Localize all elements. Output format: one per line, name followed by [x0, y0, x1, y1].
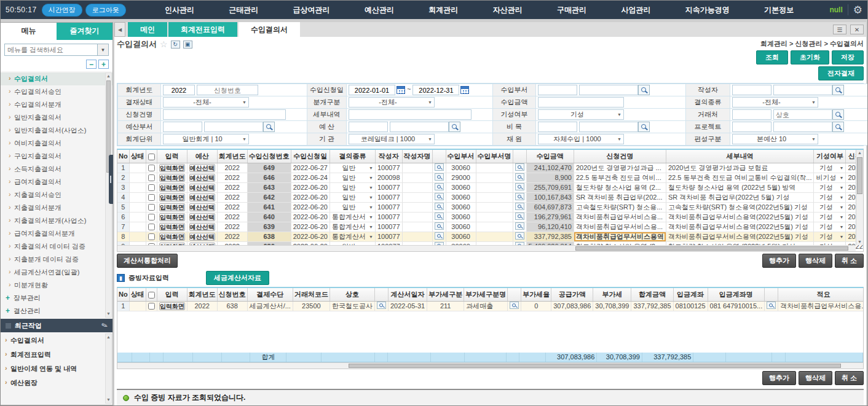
row-checkbox[interactable] — [148, 204, 155, 211]
cell-complete[interactable]: 기성▼ — [814, 163, 846, 173]
row-checkbox[interactable] — [148, 303, 155, 310]
sidebar-group[interactable]: +장부관리 — [1, 292, 112, 305]
column-header-회계년도[interactable]: 회계년도 — [217, 150, 247, 163]
input-button[interactable]: 입력화면 — [159, 223, 185, 231]
code-input[interactable] — [538, 85, 577, 95]
code-input[interactable] — [349, 122, 388, 132]
sidebar-item[interactable]: 지출결의서분개 — [1, 201, 112, 214]
column-header-mag2[interactable] — [513, 150, 526, 163]
input-button[interactable]: 입력화면 — [159, 174, 185, 182]
search-icon[interactable] — [832, 85, 844, 95]
column-header-거래처코드[interactable]: 거래처코드 — [293, 288, 329, 301]
select-재 원[interactable]: 자체수입 | 1000▼ — [538, 134, 624, 144]
column-header-계산서일자[interactable]: 계산서일자 — [388, 288, 427, 301]
search-icon[interactable] — [515, 183, 524, 190]
table-row[interactable]: 7입력화면예산선택20226392022-06-20통합계산서▼10007730… — [117, 222, 864, 232]
search-icon[interactable] — [510, 302, 519, 309]
column-header-mag2[interactable] — [508, 288, 521, 301]
sidebar-group[interactable]: +결산관리 — [1, 305, 112, 318]
column-header-적요[interactable]: 적요 — [778, 288, 864, 301]
recent-item[interactable]: 수입결의서 — [1, 334, 112, 348]
input-button[interactable]: 입력화면 — [159, 302, 185, 310]
popup-icon[interactable]: ▣ — [183, 41, 192, 49]
year-input[interactable] — [163, 85, 195, 95]
sidebar-item[interactable]: 세금계산서연결(일괄) — [1, 266, 112, 279]
name-input[interactable] — [579, 122, 638, 132]
cell-type[interactable]: 통합계산서▼ — [329, 212, 375, 222]
select-회계단위[interactable]: 일반회계 | 10▼ — [163, 134, 249, 144]
input-button[interactable]: 입력화면 — [159, 213, 185, 221]
tab-메인[interactable]: 메인 — [128, 22, 167, 37]
tree-expand-button[interactable]: + — [98, 60, 109, 69]
cell-type[interactable]: 일반▼ — [329, 182, 375, 192]
cell-complete[interactable]: 기성▼ — [814, 192, 846, 202]
row-checkbox[interactable] — [148, 174, 155, 181]
code-input[interactable] — [163, 122, 202, 132]
select-all-checkbox[interactable] — [148, 292, 155, 299]
select-기 관[interactable]: 코레일테크 | 1000▼ — [349, 134, 435, 144]
eraser-icon[interactable]: ✎ — [100, 321, 109, 331]
sidebar-item[interactable]: 수입결의서승인 — [1, 85, 112, 98]
code-input[interactable] — [732, 85, 771, 95]
column-header-수입부서명[interactable]: 수입부서명 — [476, 150, 513, 163]
column-header-예산[interactable]: 예산 — [187, 150, 217, 163]
column-header-결제수단[interactable]: 결제수단 — [247, 288, 293, 301]
name-input[interactable] — [390, 122, 449, 132]
budget-button[interactable]: 예산선택 — [189, 213, 215, 221]
favorite-star-icon[interactable]: ☆ — [160, 39, 168, 49]
text-input[interactable] — [349, 109, 471, 120]
scroll-up-icon[interactable]: ▲ — [106, 334, 111, 340]
code-input[interactable] — [538, 122, 577, 132]
budget-button[interactable]: 예산선택 — [189, 174, 215, 182]
scroll-down-icon[interactable]: ▼ — [106, 397, 111, 403]
cell-type[interactable]: 일반▼ — [329, 163, 375, 173]
page-button-초기화[interactable]: 초기화 — [791, 50, 829, 64]
input-button[interactable]: 입력화면 — [159, 184, 185, 192]
search-icon[interactable] — [435, 222, 444, 230]
row-checkbox[interactable] — [148, 224, 155, 230]
search-icon[interactable] — [515, 222, 524, 230]
cell-type[interactable]: 통합계산서▼ — [329, 232, 375, 241]
topbar-menu[interactable]: 구매관리 — [551, 5, 593, 15]
search-icon[interactable] — [638, 85, 650, 95]
tab-close-icon[interactable]: ✕ — [850, 25, 864, 34]
column-header-부가세구분명[interactable]: 부가세구분명 — [464, 288, 508, 301]
recent-item[interactable]: 예산원장 — [1, 376, 112, 390]
name-input[interactable] — [773, 85, 832, 95]
topbar-menu[interactable]: 사업관리 — [615, 5, 657, 15]
calendar-icon[interactable] — [397, 86, 405, 94]
grid1-button-행삭제[interactable]: 행삭제 — [799, 254, 832, 268]
settings-gear-icon[interactable]: ⚙ — [853, 5, 862, 15]
page-button-조회[interactable]: 조회 — [756, 50, 788, 64]
input-button[interactable]: 입력화면 — [159, 164, 185, 172]
select-분개구분[interactable]: -전체-▼ — [349, 97, 435, 107]
select-all-checkbox[interactable] — [148, 154, 155, 160]
code-input[interactable] — [732, 109, 771, 120]
row-checkbox[interactable] — [148, 184, 155, 191]
amount-input[interactable] — [538, 97, 624, 107]
topbar-menu[interactable]: 근태관리 — [223, 5, 264, 15]
cell-complete[interactable]: 비기성▼ — [814, 173, 846, 182]
tab-회계전표입력[interactable]: 회계전표입력 — [168, 22, 237, 37]
topbar-menu[interactable]: 지속가능경영 — [679, 5, 736, 15]
name-input[interactable] — [204, 122, 263, 132]
search-icon[interactable] — [449, 122, 460, 132]
sidebar-item[interactable]: 구입지출결의서 — [1, 150, 112, 163]
tree-collapse-button[interactable]: − — [86, 60, 97, 69]
row-checkbox[interactable] — [148, 194, 155, 201]
search-icon[interactable] — [767, 302, 776, 309]
page-button-저장[interactable]: 저장 — [832, 50, 864, 64]
search-icon[interactable] — [435, 193, 444, 200]
budget-button[interactable]: 예산선택 — [189, 193, 215, 201]
column-header-입금계좌[interactable]: 입금계좌 — [673, 288, 708, 301]
search-icon[interactable] — [435, 183, 444, 190]
search-icon[interactable] — [377, 302, 386, 309]
scroll-up-icon[interactable]: ▲ — [106, 73, 111, 79]
row-checkbox[interactable] — [148, 233, 155, 240]
cell-type[interactable]: 일반▼ — [329, 202, 375, 212]
cell-complete[interactable]: 기성▼ — [814, 232, 846, 241]
input-button[interactable]: 입력화면 — [159, 203, 185, 211]
recent-scrollbar[interactable]: ▲ ▼ — [105, 334, 112, 404]
scroll-down-icon[interactable]: ▼ — [106, 311, 111, 317]
search-icon[interactable] — [435, 232, 444, 240]
